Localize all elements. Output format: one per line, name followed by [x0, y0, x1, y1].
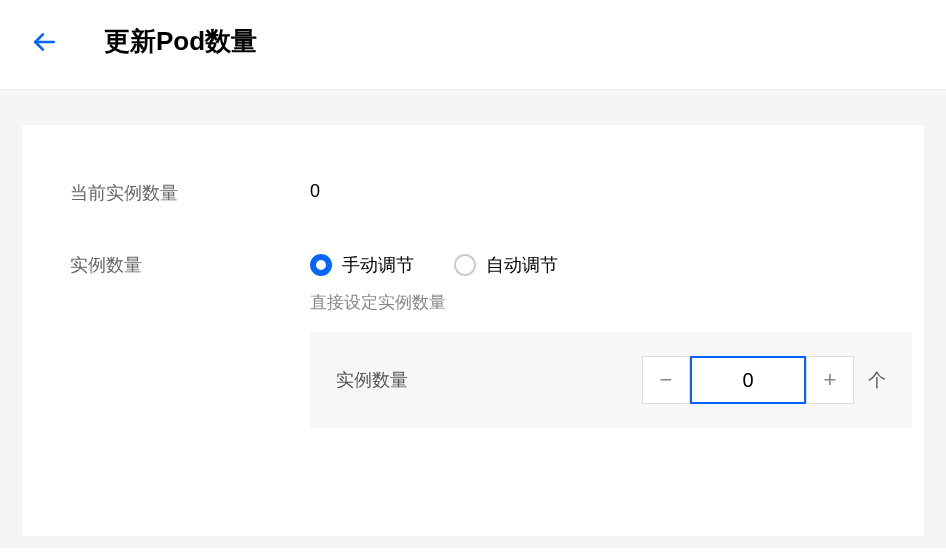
instance-input-box: 实例数量 − + 个 [310, 332, 912, 428]
content-wrapper: 当前实例数量 0 实例数量 手动调节 自动调节 直接设定实例数量 [0, 90, 946, 548]
page-header: 更新Pod数量 [0, 0, 946, 90]
input-box-label: 实例数量 [336, 368, 642, 392]
unit-label: 个 [868, 368, 886, 392]
row-current-count: 当前实例数量 0 [70, 181, 876, 205]
radio-auto[interactable]: 自动调节 [454, 253, 558, 277]
radio-auto-label: 自动调节 [486, 253, 558, 277]
decrement-button[interactable]: − [642, 356, 690, 404]
quantity-stepper: − + [642, 356, 854, 404]
instance-count-controls: 手动调节 自动调节 直接设定实例数量 实例数量 − + 个 [310, 253, 912, 428]
form-card: 当前实例数量 0 实例数量 手动调节 自动调节 直接设定实例数量 [22, 125, 924, 536]
radio-manual-label: 手动调节 [342, 253, 414, 277]
instance-count-input[interactable] [690, 356, 806, 404]
back-button[interactable] [28, 26, 60, 58]
arrow-left-icon [31, 29, 57, 55]
adjust-mode-radio-group: 手动调节 自动调节 [310, 253, 912, 277]
label-instance-count: 实例数量 [70, 253, 310, 277]
value-current-count: 0 [310, 181, 320, 202]
label-current-count: 当前实例数量 [70, 181, 310, 205]
radio-manual[interactable]: 手动调节 [310, 253, 414, 277]
row-instance-count: 实例数量 手动调节 自动调节 直接设定实例数量 实例数量 − [70, 253, 876, 428]
radio-selected-icon [310, 254, 332, 276]
hint-text: 直接设定实例数量 [310, 291, 912, 314]
radio-unselected-icon [454, 254, 476, 276]
increment-button[interactable]: + [806, 356, 854, 404]
page-title: 更新Pod数量 [104, 24, 257, 59]
